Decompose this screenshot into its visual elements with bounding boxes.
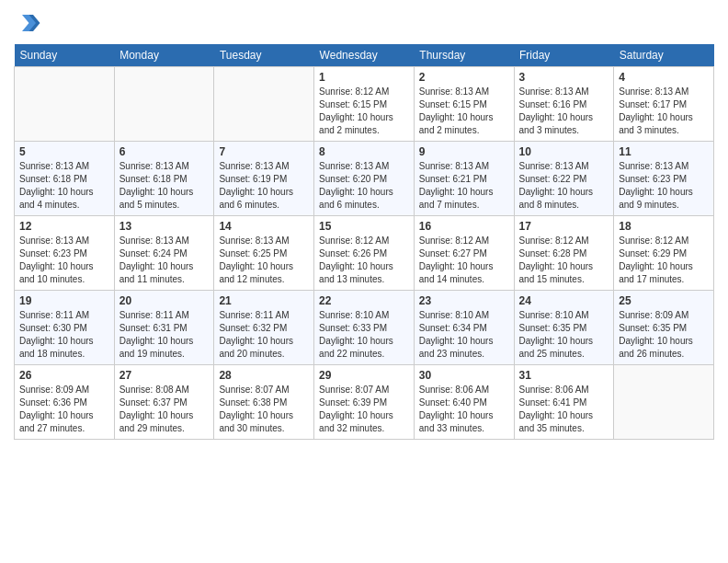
day-info: Sunrise: 8:13 AMSunset: 6:22 PMDaylight:… <box>519 160 609 212</box>
day-number: 5 <box>19 145 109 158</box>
calendar-cell: 5Sunrise: 8:13 AMSunset: 6:18 PMDaylight… <box>15 142 115 216</box>
day-info: Sunrise: 8:10 AMSunset: 6:33 PMDaylight:… <box>319 309 409 361</box>
day-number: 26 <box>19 369 109 382</box>
day-info: Sunrise: 8:10 AMSunset: 6:35 PMDaylight:… <box>519 309 609 361</box>
calendar-cell: 18Sunrise: 8:12 AMSunset: 6:29 PMDayligh… <box>614 216 714 291</box>
day-number: 27 <box>119 369 210 382</box>
day-info: Sunrise: 8:12 AMSunset: 6:27 PMDaylight:… <box>419 235 509 286</box>
day-info: Sunrise: 8:12 AMSunset: 6:15 PMDaylight:… <box>319 86 409 137</box>
day-info: Sunrise: 8:10 AMSunset: 6:34 PMDaylight:… <box>419 309 509 361</box>
day-info: Sunrise: 8:07 AMSunset: 6:39 PMDaylight:… <box>319 384 409 435</box>
calendar-cell: 20Sunrise: 8:11 AMSunset: 6:31 PMDayligh… <box>114 291 214 365</box>
logo <box>14 9 45 37</box>
day-info: Sunrise: 8:11 AMSunset: 6:31 PMDaylight:… <box>119 309 210 361</box>
calendar-cell: 8Sunrise: 8:13 AMSunset: 6:20 PMDaylight… <box>314 142 415 216</box>
calendar-header-monday: Monday <box>114 44 214 67</box>
calendar-table: SundayMondayTuesdayWednesdayThursdayFrid… <box>14 44 714 440</box>
day-info: Sunrise: 8:12 AMSunset: 6:29 PMDaylight:… <box>619 235 709 286</box>
calendar-cell: 9Sunrise: 8:13 AMSunset: 6:21 PMDaylight… <box>414 142 514 216</box>
calendar-header-tuesday: Tuesday <box>214 44 314 67</box>
day-number: 14 <box>219 220 309 233</box>
page: SundayMondayTuesdayWednesdayThursdayFrid… <box>0 0 728 563</box>
day-info: Sunrise: 8:13 AMSunset: 6:20 PMDaylight:… <box>319 160 409 212</box>
day-number: 28 <box>219 369 309 382</box>
day-info: Sunrise: 8:13 AMSunset: 6:15 PMDaylight:… <box>419 86 509 137</box>
day-info: Sunrise: 8:13 AMSunset: 6:23 PMDaylight:… <box>19 235 109 286</box>
day-number: 7 <box>219 145 309 158</box>
calendar-week-row: 1Sunrise: 8:12 AMSunset: 6:15 PMDaylight… <box>15 67 714 142</box>
day-info: Sunrise: 8:09 AMSunset: 6:36 PMDaylight:… <box>19 384 109 435</box>
calendar-cell <box>15 67 115 142</box>
calendar-cell: 27Sunrise: 8:08 AMSunset: 6:37 PMDayligh… <box>114 365 214 440</box>
day-number: 15 <box>319 220 409 233</box>
calendar-cell: 4Sunrise: 8:13 AMSunset: 6:17 PMDaylight… <box>614 67 714 142</box>
calendar-cell: 25Sunrise: 8:09 AMSunset: 6:35 PMDayligh… <box>614 291 714 365</box>
day-number: 21 <box>219 294 309 307</box>
calendar-cell: 17Sunrise: 8:12 AMSunset: 6:28 PMDayligh… <box>514 216 614 291</box>
calendar-cell: 31Sunrise: 8:06 AMSunset: 6:41 PMDayligh… <box>514 365 614 440</box>
day-info: Sunrise: 8:08 AMSunset: 6:37 PMDaylight:… <box>119 384 210 435</box>
calendar-header-saturday: Saturday <box>614 44 714 67</box>
day-number: 13 <box>119 220 210 233</box>
day-info: Sunrise: 8:13 AMSunset: 6:18 PMDaylight:… <box>119 160 210 212</box>
day-number: 1 <box>319 71 409 84</box>
calendar-cell: 19Sunrise: 8:11 AMSunset: 6:30 PMDayligh… <box>15 291 115 365</box>
calendar-cell <box>214 67 314 142</box>
day-info: Sunrise: 8:11 AMSunset: 6:32 PMDaylight:… <box>219 309 309 361</box>
day-info: Sunrise: 8:13 AMSunset: 6:25 PMDaylight:… <box>219 235 309 286</box>
day-info: Sunrise: 8:13 AMSunset: 6:24 PMDaylight:… <box>119 235 210 286</box>
day-number: 25 <box>619 294 709 307</box>
calendar-cell: 14Sunrise: 8:13 AMSunset: 6:25 PMDayligh… <box>214 216 314 291</box>
calendar-header-friday: Friday <box>514 44 614 67</box>
calendar-cell: 12Sunrise: 8:13 AMSunset: 6:23 PMDayligh… <box>15 216 115 291</box>
calendar-header-sunday: Sunday <box>15 44 115 67</box>
calendar-cell: 10Sunrise: 8:13 AMSunset: 6:22 PMDayligh… <box>514 142 614 216</box>
day-number: 23 <box>419 294 509 307</box>
day-number: 2 <box>419 71 509 84</box>
calendar-cell: 24Sunrise: 8:10 AMSunset: 6:35 PMDayligh… <box>514 291 614 365</box>
day-number: 19 <box>19 294 109 307</box>
calendar-header-row: SundayMondayTuesdayWednesdayThursdayFrid… <box>15 44 714 67</box>
calendar-cell: 26Sunrise: 8:09 AMSunset: 6:36 PMDayligh… <box>15 365 115 440</box>
day-number: 29 <box>319 369 409 382</box>
day-number: 31 <box>519 369 609 382</box>
calendar-cell <box>114 67 214 142</box>
day-info: Sunrise: 8:11 AMSunset: 6:30 PMDaylight:… <box>19 309 109 361</box>
day-info: Sunrise: 8:09 AMSunset: 6:35 PMDaylight:… <box>619 309 709 361</box>
day-info: Sunrise: 8:12 AMSunset: 6:26 PMDaylight:… <box>319 235 409 286</box>
day-number: 3 <box>519 71 609 84</box>
calendar-cell: 15Sunrise: 8:12 AMSunset: 6:26 PMDayligh… <box>314 216 415 291</box>
day-number: 4 <box>619 71 709 84</box>
calendar-cell: 11Sunrise: 8:13 AMSunset: 6:23 PMDayligh… <box>614 142 714 216</box>
logo-icon <box>14 9 41 37</box>
calendar-cell: 13Sunrise: 8:13 AMSunset: 6:24 PMDayligh… <box>114 216 214 291</box>
day-number: 20 <box>119 294 210 307</box>
header <box>14 9 714 37</box>
day-number: 17 <box>519 220 609 233</box>
calendar-header-wednesday: Wednesday <box>314 44 415 67</box>
day-info: Sunrise: 8:13 AMSunset: 6:16 PMDaylight:… <box>519 86 609 137</box>
calendar-header-thursday: Thursday <box>414 44 514 67</box>
day-info: Sunrise: 8:13 AMSunset: 6:17 PMDaylight:… <box>619 86 709 137</box>
calendar-cell: 1Sunrise: 8:12 AMSunset: 6:15 PMDaylight… <box>314 67 415 142</box>
day-info: Sunrise: 8:07 AMSunset: 6:38 PMDaylight:… <box>219 384 309 435</box>
day-number: 9 <box>419 145 509 158</box>
day-number: 16 <box>419 220 509 233</box>
day-number: 24 <box>519 294 609 307</box>
day-info: Sunrise: 8:13 AMSunset: 6:23 PMDaylight:… <box>619 160 709 212</box>
calendar-cell: 23Sunrise: 8:10 AMSunset: 6:34 PMDayligh… <box>414 291 514 365</box>
calendar-cell: 7Sunrise: 8:13 AMSunset: 6:19 PMDaylight… <box>214 142 314 216</box>
calendar-cell: 2Sunrise: 8:13 AMSunset: 6:15 PMDaylight… <box>414 67 514 142</box>
day-number: 10 <box>519 145 609 158</box>
calendar-cell: 30Sunrise: 8:06 AMSunset: 6:40 PMDayligh… <box>414 365 514 440</box>
day-number: 18 <box>619 220 709 233</box>
calendar-cell: 21Sunrise: 8:11 AMSunset: 6:32 PMDayligh… <box>214 291 314 365</box>
calendar-week-row: 12Sunrise: 8:13 AMSunset: 6:23 PMDayligh… <box>15 216 714 291</box>
day-info: Sunrise: 8:06 AMSunset: 6:41 PMDaylight:… <box>519 384 609 435</box>
day-info: Sunrise: 8:13 AMSunset: 6:18 PMDaylight:… <box>19 160 109 212</box>
calendar-cell <box>614 365 714 440</box>
calendar-week-row: 26Sunrise: 8:09 AMSunset: 6:36 PMDayligh… <box>15 365 714 440</box>
day-number: 8 <box>319 145 409 158</box>
day-info: Sunrise: 8:13 AMSunset: 6:21 PMDaylight:… <box>419 160 509 212</box>
day-info: Sunrise: 8:12 AMSunset: 6:28 PMDaylight:… <box>519 235 609 286</box>
